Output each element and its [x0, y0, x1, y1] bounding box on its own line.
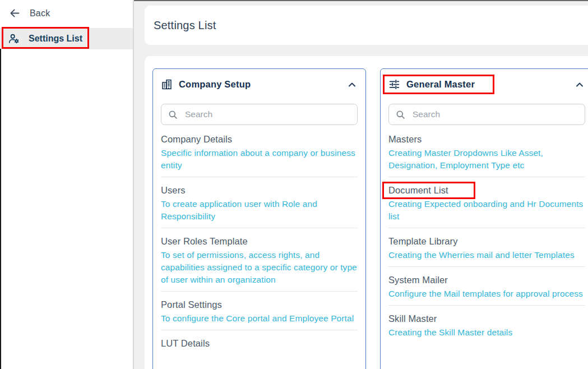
settings-panels-card: Company SetupCompany DetailsSpecific inf…	[145, 56, 588, 369]
list-item-title: Portal Settings	[161, 298, 358, 311]
list-item-title: Skill Master	[388, 312, 585, 325]
list-item[interactable]: Template LibraryCreating the Wherries ma…	[388, 228, 585, 267]
list-item-description: To configure the Core portal and Employe…	[161, 312, 358, 325]
list-item[interactable]: UsersTo create application user with Rol…	[161, 177, 358, 228]
panels-container: Company SetupCompany DetailsSpecific inf…	[152, 68, 588, 369]
panel-company-setup: Company SetupCompany DetailsSpecific inf…	[152, 68, 366, 369]
list-item[interactable]: Skill MasterCreating the Skill Master de…	[388, 306, 585, 344]
list-item[interactable]: MastersCreating Master Dropdowns Like As…	[388, 126, 585, 177]
list-item-description: To set of permissions, access rights, an…	[161, 249, 358, 286]
sidebar: Back Settings List	[0, 0, 133, 369]
search-icon	[168, 109, 178, 120]
chevron-up-icon[interactable]	[574, 79, 585, 90]
search-icon	[395, 109, 406, 120]
main-content: Settings List Company SetupCompany Detai…	[134, 0, 588, 369]
panel-title: General Master	[406, 79, 475, 90]
search-box	[388, 104, 585, 125]
search-box	[161, 104, 358, 125]
left-edge-strip	[0, 49, 1, 369]
list-item-title: Masters	[388, 133, 585, 145]
list-item-description: Creating Expected onboarding and Hr Docu…	[388, 198, 585, 223]
panel-header-company-setup[interactable]: Company Setup	[161, 79, 358, 90]
tune-icon	[388, 79, 400, 90]
list-item[interactable]: Portal SettingsTo configure the Core por…	[161, 292, 358, 330]
panel-title: Company Setup	[179, 79, 251, 90]
search-input[interactable]	[411, 109, 578, 120]
list-item[interactable]: Company DetailsSpecific information abou…	[161, 126, 358, 177]
back-label: Back	[30, 8, 50, 19]
page-title-card: Settings List	[145, 6, 588, 45]
manage-accounts-icon	[8, 33, 20, 45]
sidebar-item-label: Settings List	[29, 34, 82, 44]
list-item-title: Document List	[382, 182, 475, 199]
settings-item-list: MastersCreating Master Dropdowns Like As…	[388, 126, 585, 344]
page-title: Settings List	[154, 19, 216, 32]
list-item[interactable]: System MailerConfigure the Mail template…	[388, 267, 585, 306]
list-item[interactable]: LUT Details	[161, 330, 358, 356]
list-item-title: System Mailer	[388, 274, 585, 286]
chevron-up-icon[interactable]	[346, 79, 358, 90]
list-item[interactable]: Document ListCreating Expected onboardin…	[388, 177, 585, 228]
list-item-description: Creating the Wherries mail and letter Te…	[388, 249, 585, 261]
list-item-title: LUT Details	[161, 337, 358, 349]
list-item-title: Company Details	[161, 133, 358, 145]
list-item-description: Creating Master Dropdowns Like Asset, De…	[388, 147, 585, 172]
panel-general-master: General MasterMastersCreating Master Dro…	[380, 68, 588, 369]
search-input[interactable]	[184, 109, 351, 120]
sidebar-divider	[133, 0, 134, 369]
back-button[interactable]: Back	[0, 0, 133, 26]
list-item-title: Template Library	[388, 235, 585, 247]
list-item-description: Specific information about a company or …	[161, 147, 358, 172]
building-icon	[161, 79, 173, 90]
list-item-description: To create application user with Role and…	[161, 198, 358, 223]
top-border-line	[134, 0, 588, 1]
list-item-title: Users	[161, 184, 358, 196]
settings-item-list: Company DetailsSpecific information abou…	[161, 126, 358, 356]
arrow-left-icon	[9, 7, 21, 19]
sidebar-item-settings-list[interactable]: Settings List	[0, 28, 133, 49]
list-item[interactable]: User Roles TemplateTo set of permissions…	[161, 228, 358, 292]
annotation-red-box-panel-title: General Master	[383, 75, 494, 94]
list-item-description: Configure the Mail templates for approva…	[388, 288, 585, 300]
list-item-title: User Roles Template	[161, 235, 358, 247]
list-item-description: Creating the Skill Master details	[388, 326, 585, 339]
panel-header-general-master[interactable]: General Master	[388, 79, 585, 90]
